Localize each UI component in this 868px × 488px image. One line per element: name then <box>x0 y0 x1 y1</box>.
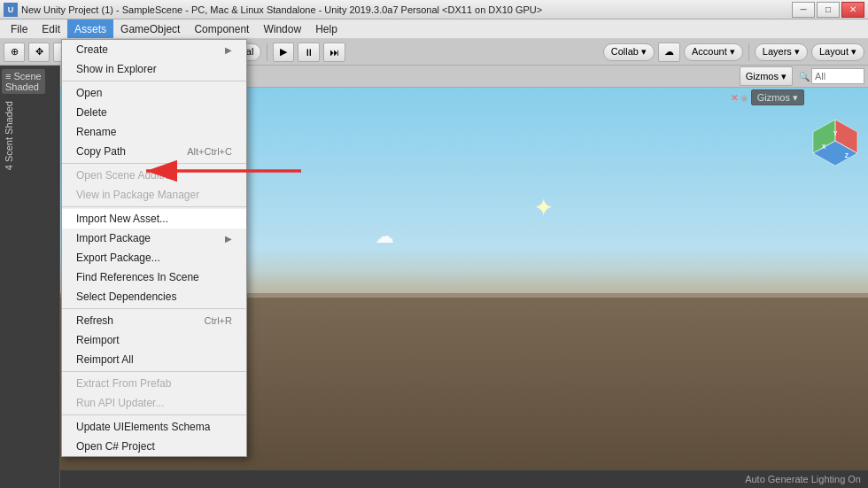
sun-object: ✦ <box>530 194 556 221</box>
gizmos-button[interactable]: Gizmos ▾ <box>740 66 793 86</box>
unity-icon: U <box>4 3 18 17</box>
account-button[interactable]: Account ▾ <box>684 43 743 61</box>
sep-after-run-api-updater <box>62 414 246 415</box>
menu-item-update-ui-elements-schema[interactable]: Update UIElements Schema <box>62 417 246 437</box>
sep-after-show-in-explorer <box>62 81 246 81</box>
scene-handles: ✕ ◉ Gizmos ▾ <box>729 88 806 107</box>
svg-text:Y: Y <box>833 130 838 136</box>
menu-item-import-new-asset[interactable]: Import New Asset... <box>62 209 246 229</box>
menu-window[interactable]: Window <box>256 19 308 38</box>
collab-button[interactable]: Collab ▾ <box>603 43 655 61</box>
menu-edit[interactable]: Edit <box>35 19 67 38</box>
assets-dropdown-menu: Create ▶ Show in Explorer Open Delete Re… <box>61 39 247 457</box>
navigation-cube[interactable]: Y X Z <box>810 116 861 170</box>
menu-item-rename[interactable]: Rename <box>62 122 246 142</box>
menu-item-show-in-explorer[interactable]: Show in Explorer <box>62 59 246 79</box>
local-toggle[interactable]: ◉ <box>740 93 748 103</box>
layout-button[interactable]: Layout ▾ <box>811 43 864 61</box>
menu-item-select-dependencies[interactable]: Select Dependencies <box>62 287 246 306</box>
cloud-button[interactable]: ☁ <box>658 43 680 62</box>
gizmos-dropdown2[interactable]: Gizmos ▾ <box>751 89 804 105</box>
left-panel: ≡ SceneShaded 4 Scent Shaded <box>0 66 60 488</box>
svg-text:X: X <box>822 143 826 150</box>
menu-item-open[interactable]: Open <box>62 83 246 103</box>
sep-after-select-dependencies <box>62 308 246 309</box>
transform-hand-tool[interactable]: ⊕ <box>4 43 25 62</box>
menu-item-reimport[interactable]: Reimport <box>62 330 246 350</box>
menu-assets[interactable]: Assets <box>67 19 113 38</box>
search-input[interactable] <box>811 68 864 84</box>
title-bar-buttons: ─ □ ✕ <box>792 2 864 18</box>
menu-item-reimport-all[interactable]: Reimport All <box>62 350 246 369</box>
menu-component[interactable]: Component <box>187 19 256 38</box>
title-text: New Unity Project (1) - SampleScene - PC… <box>21 4 542 15</box>
minimize-button[interactable]: ─ <box>792 2 815 18</box>
svg-text:Z: Z <box>845 152 849 159</box>
menu-item-create[interactable]: Create ▶ <box>62 40 246 59</box>
maximize-button[interactable]: □ <box>817 2 840 18</box>
pause-button[interactable]: ⏸ <box>298 43 320 62</box>
scene-shaded-label: 4 Scent Shaded <box>2 99 16 172</box>
auto-generate-lighting-text: Auto Generate Lighting On <box>745 474 861 484</box>
title-bar-left: U New Unity Project (1) - SampleScene - … <box>4 3 542 17</box>
title-bar: U New Unity Project (1) - SampleScene - … <box>0 0 868 19</box>
menu-item-open-csharp-project[interactable]: Open C# Project <box>62 437 246 456</box>
menu-item-view-in-package-manager: View in Package Manager <box>62 185 246 205</box>
close-button[interactable]: ✕ <box>841 2 864 18</box>
x-handle[interactable]: ✕ <box>731 93 738 103</box>
menu-file[interactable]: File <box>4 19 35 38</box>
menu-item-export-package[interactable]: Export Package... <box>62 248 246 267</box>
cloud-object: ☁ <box>375 225 394 248</box>
sep-after-reimport-all <box>62 371 246 372</box>
sep-after-copy-path <box>62 163 246 164</box>
layers-button[interactable]: Layers ▾ <box>755 43 808 61</box>
menu-item-delete[interactable]: Delete <box>62 103 246 122</box>
menu-item-extract-from-prefab: Extract From Prefab <box>62 374 246 393</box>
sep3 <box>748 43 749 61</box>
menu-item-refresh[interactable]: Refresh Ctrl+R <box>62 311 246 330</box>
menu-bar: File Edit Assets GameObject Component Wi… <box>0 19 868 39</box>
step-button[interactable]: ⏭ <box>323 43 345 62</box>
menu-help[interactable]: Help <box>308 19 345 38</box>
menu-item-copy-path[interactable]: Copy Path Alt+Ctrl+C <box>62 142 246 161</box>
scene-tab[interactable]: ≡ SceneShaded <box>2 69 45 94</box>
bottom-bar: Auto Generate Lighting On <box>60 470 868 488</box>
transform-move-tool[interactable]: ✥ <box>28 43 50 62</box>
sep2 <box>267 43 267 61</box>
menu-item-open-scene-additive: Open Scene Additive <box>62 166 246 185</box>
menu-gameobject[interactable]: GameObject <box>113 19 187 38</box>
sep-after-view-in-package-manager <box>62 206 246 207</box>
menu-item-find-references-in-scene[interactable]: Find References In Scene <box>62 267 246 287</box>
toolbar-right: Collab ▾ ☁ Account ▾ Layers ▾ Layout ▾ <box>603 43 864 62</box>
play-button[interactable]: ▶ <box>273 43 294 62</box>
menu-item-run-api-updater: Run API Updater... <box>62 393 246 413</box>
menu-item-import-package[interactable]: Import Package ▶ <box>62 229 246 248</box>
